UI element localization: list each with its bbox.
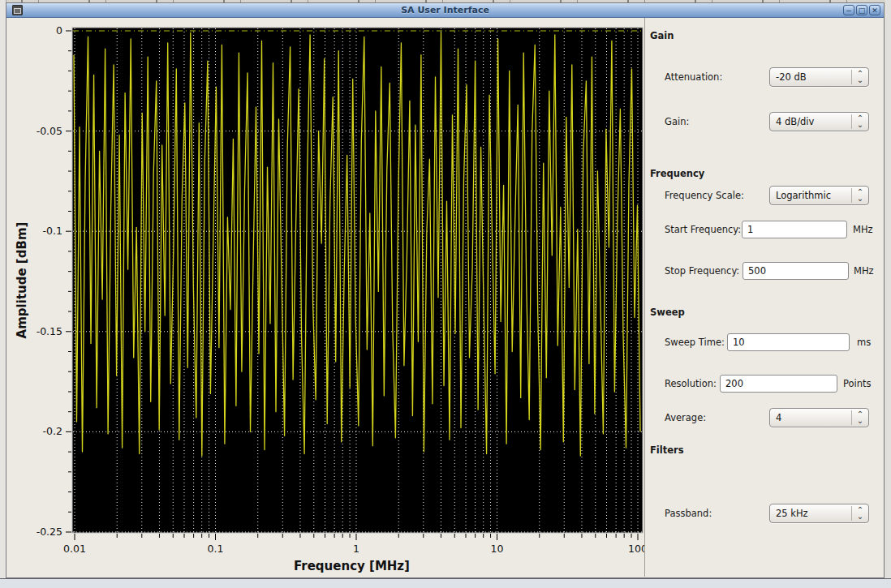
svg-text:1: 1 (353, 543, 359, 555)
sweep-time-label: Sweep Time: (665, 337, 725, 348)
y-axis-label: Amplitude [dBm] (15, 222, 29, 339)
passband-label: Passband: (665, 508, 712, 519)
attenuation-value: -20 dB (770, 71, 851, 83)
sweep-time-input[interactable] (727, 333, 850, 351)
passband-select[interactable]: 25 kHz ⌃⌄ (769, 504, 869, 523)
sa-user-interface-window: SA User Interface − □ ✕ 0.010.11101000-0… (6, 2, 885, 578)
background-window-edge-right (885, 0, 891, 588)
spinner-arrows-icon: ⌃⌄ (852, 411, 868, 424)
start-frequency-unit: MHz (853, 224, 873, 235)
frequency-scale-label: Frequency Scale: (665, 190, 744, 201)
stop-frequency-label: Stop Frequency: (665, 265, 739, 277)
resolution-label: Resolution: (665, 378, 717, 389)
start-frequency-input[interactable] (742, 221, 847, 238)
minimize-icon: − (846, 6, 852, 15)
section-header-sweep: Sweep (650, 307, 685, 318)
frequency-scale-select[interactable]: Logarithmic ⌃⌄ (769, 186, 869, 205)
titlebar[interactable]: SA User Interface − □ ✕ (6, 3, 884, 18)
sweep-time-unit: ms (857, 337, 871, 348)
window-title: SA User Interface (6, 5, 884, 15)
x-axis-label: Frequency [MHz] (294, 559, 410, 573)
svg-text:-0.2: -0.2 (43, 425, 62, 437)
section-header-filters: Filters (650, 444, 684, 456)
spinner-arrows-icon: ⌃⌄ (852, 71, 868, 84)
svg-text:-0.15: -0.15 (37, 325, 62, 337)
frequency-scale-value: Logarithmic (770, 190, 851, 201)
resolution-unit: Points (843, 378, 872, 389)
stop-frequency-unit: MHz (854, 265, 874, 277)
section-header-gain: Gain (650, 30, 674, 41)
spinner-arrows-icon: ⌃⌄ (852, 507, 868, 520)
background-window-edge-bottom (0, 578, 891, 588)
passband-value: 25 kHz (770, 508, 851, 519)
panel-divider (644, 18, 645, 577)
stop-frequency-input[interactable] (742, 262, 849, 280)
close-icon: ✕ (872, 6, 878, 15)
average-value: 4 (770, 412, 851, 423)
maximize-icon: □ (859, 6, 866, 15)
svg-text:100: 100 (628, 543, 644, 555)
maximize-button[interactable]: □ (856, 5, 867, 15)
start-frequency-label: Start Frequency: (665, 224, 741, 235)
minimize-button[interactable]: − (843, 5, 854, 15)
gain-value: 4 dB/div (770, 116, 851, 127)
average-select[interactable]: 4 ⌃⌄ (769, 408, 869, 427)
attenuation-select[interactable]: -20 dB ⌃⌄ (769, 67, 869, 87)
svg-text:0: 0 (56, 24, 62, 36)
gain-select[interactable]: 4 dB/div ⌃⌄ (769, 112, 869, 131)
svg-text:-0.05: -0.05 (37, 125, 62, 137)
gain-label: Gain: (665, 116, 689, 127)
screen: SA User Interface − □ ✕ 0.010.11101000-0… (0, 0, 891, 588)
svg-text:-0.25: -0.25 (37, 526, 62, 538)
svg-text:10: 10 (491, 543, 504, 555)
svg-text:0.1: 0.1 (208, 543, 224, 555)
attenuation-label: Attenuation: (665, 71, 722, 83)
close-button[interactable]: ✕ (869, 5, 880, 15)
section-header-frequency: Frequency (650, 168, 704, 179)
svg-text:-0.1: -0.1 (43, 225, 62, 237)
spinner-arrows-icon: ⌃⌄ (852, 115, 868, 128)
spinner-arrows-icon: ⌃⌄ (852, 189, 868, 202)
average-label: Average: (665, 412, 706, 423)
spectrum-plot: 0.010.11101000-0.05-0.1-0.15-0.2-0.25Fre… (6, 18, 644, 579)
resolution-input[interactable] (720, 375, 837, 393)
svg-text:0.01: 0.01 (63, 543, 86, 555)
